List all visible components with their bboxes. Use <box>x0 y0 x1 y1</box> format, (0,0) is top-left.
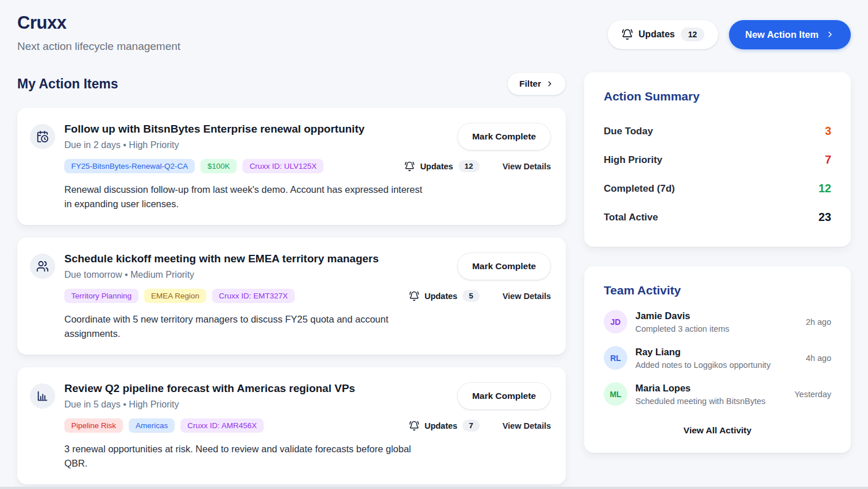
team-member-info: Jamie Davis Completed 3 action items <box>635 311 800 333</box>
card-head: Review Q2 pipeline forecast with America… <box>64 382 457 410</box>
team-member-info: Maria Lopes Scheduled meeting with Bitsn… <box>635 383 789 406</box>
window-bottom-edge <box>0 487 868 489</box>
team-activity-title: Team Activity <box>604 284 831 297</box>
tag-cruxx-id: Cruxx ID: ULV125X <box>242 159 323 173</box>
action-meta: Due tomorrow • Medium Priority <box>64 270 457 280</box>
updates-count-badge: 7 <box>462 420 480 432</box>
action-meta: Due in 2 days • High Priority <box>64 140 457 150</box>
team-member-name: Maria Lopes <box>635 383 789 394</box>
action-description: 3 renewal opportunities at risk. Need to… <box>64 442 423 471</box>
filter-button[interactable]: Filter <box>507 72 566 95</box>
bar-chart-icon <box>30 383 55 409</box>
card-head: Follow up with BitsnBytes Enterprise ren… <box>64 123 457 150</box>
calendar-clock-icon <box>30 124 55 149</box>
card-tags-row: FY25-BitsnBytes-Renewal-Q2-CA $100K Crux… <box>64 159 551 173</box>
card-actions: Updates 12 View Details <box>404 160 551 172</box>
bell-icon <box>622 29 633 40</box>
action-items-section: My Action Items Filter Follow up with Bi… <box>17 72 566 489</box>
tag-opportunity: FY25-BitsnBytes-Renewal-Q2-CA <box>64 159 195 173</box>
tag-risk: Pipeline Risk <box>64 418 123 433</box>
team-member-action: Scheduled meeting with BitsnBytes <box>635 397 789 406</box>
updates-button[interactable]: Updates 5 <box>409 290 480 302</box>
summary-label: Completed (7d) <box>604 183 675 195</box>
team-member-action: Completed 3 action items <box>635 324 800 333</box>
action-description: Coordinate with 5 new territory managers… <box>64 312 423 341</box>
mark-complete-button[interactable]: Mark Complete <box>457 382 551 410</box>
updates-button[interactable]: Updates 12 <box>404 160 479 172</box>
action-item-card: Follow up with BitsnBytes Enterprise ren… <box>17 108 566 225</box>
app-subtitle: Next action lifecycle management <box>17 40 180 53</box>
team-member-info: Ray Liang Added notes to Loggikos opport… <box>635 347 800 370</box>
summary-label: Due Today <box>604 126 653 137</box>
updates-label: Updates <box>425 292 457 301</box>
team-member-name: Ray Liang <box>635 347 800 358</box>
chevron-right-icon <box>546 80 554 88</box>
card-tags-row: Territory Planning EMEA Region Cruxx ID:… <box>64 289 551 303</box>
card-tags-row: Pipeline Risk Americas Cruxx ID: AMR456X… <box>64 418 551 433</box>
bell-icon <box>409 291 419 301</box>
tag-cruxx-id: Cruxx ID: AMR456X <box>180 418 264 433</box>
updates-button[interactable]: Updates 7 <box>409 420 480 432</box>
mark-complete-button[interactable]: Mark Complete <box>457 253 551 280</box>
section-title: My Action Items <box>17 76 118 92</box>
tag-cruxx-id: Cruxx ID: EMT327X <box>212 289 295 303</box>
avatar: ML <box>604 382 627 406</box>
tag-list: Territory Planning EMEA Region Cruxx ID:… <box>64 289 295 303</box>
card-head: Schedule kickoff meeting with new EMEA t… <box>64 253 457 280</box>
mark-complete-button[interactable]: Mark Complete <box>457 123 551 150</box>
updates-label: Updates <box>639 29 675 40</box>
action-item-card: Schedule kickoff meeting with new EMEA t… <box>17 238 566 355</box>
view-all-activity-link[interactable]: View All Activity <box>604 418 831 438</box>
tag-category: Territory Planning <box>64 289 138 303</box>
tag-list: FY25-BitsnBytes-Renewal-Q2-CA $100K Crux… <box>64 159 323 173</box>
card-top-row: Follow up with BitsnBytes Enterprise ren… <box>30 123 551 150</box>
avatar: RL <box>604 346 627 370</box>
view-details-link[interactable]: View Details <box>503 162 551 171</box>
tag-region: Americas <box>129 418 175 433</box>
summary-row-high-priority: High Priority 7 <box>604 146 831 174</box>
action-summary-title: Action Summary <box>604 90 831 103</box>
updates-count-badge: 12 <box>681 28 705 41</box>
summary-row-completed: Completed (7d) 12 <box>604 174 831 203</box>
card-top-row: Schedule kickoff meeting with new EMEA t… <box>30 253 551 280</box>
team-activity-list: JD Jamie Davis Completed 3 action items … <box>604 310 831 406</box>
updates-label: Updates <box>420 162 453 171</box>
updates-count-badge: 5 <box>462 290 480 302</box>
updates-label: Updates <box>425 421 457 430</box>
updates-button[interactable]: Updates 12 <box>607 20 719 49</box>
action-description: Renewal discussion follow-up from last w… <box>64 183 423 211</box>
sidebar: Action Summary Due Today 3 High Priority… <box>584 72 851 489</box>
new-action-item-button[interactable]: New Action Item <box>729 20 851 49</box>
card-actions: Updates 5 View Details <box>409 290 551 302</box>
chevron-right-icon <box>825 30 835 39</box>
new-action-item-label: New Action Item <box>745 29 819 40</box>
summary-label: Total Active <box>604 212 658 223</box>
view-details-link[interactable]: View Details <box>503 292 551 301</box>
team-activity-row: ML Maria Lopes Scheduled meeting with Bi… <box>604 382 831 406</box>
summary-value: 7 <box>825 153 831 166</box>
bell-icon <box>404 161 415 172</box>
view-details-link[interactable]: View Details <box>503 421 551 430</box>
list-header: My Action Items Filter <box>17 72 566 95</box>
card-actions: Updates 7 View Details <box>409 420 551 432</box>
team-member-action: Added notes to Loggikos opportunity <box>635 360 800 370</box>
activity-timestamp: 2h ago <box>806 317 831 327</box>
summary-value: 23 <box>819 211 831 224</box>
filter-label: Filter <box>519 79 541 89</box>
activity-timestamp: 4h ago <box>806 354 831 363</box>
action-title: Follow up with BitsnBytes Enterprise ren… <box>64 123 457 135</box>
action-title: Schedule kickoff meeting with new EMEA t… <box>64 253 457 265</box>
team-member-name: Jamie Davis <box>635 311 800 321</box>
team-activity-row: JD Jamie Davis Completed 3 action items … <box>604 310 831 333</box>
team-activity-card: Team Activity JD Jamie Davis Completed 3… <box>584 266 851 453</box>
summary-rows: Due Today 3 High Priority 7 Completed (7… <box>604 117 831 232</box>
header-actions: Updates 12 New Action Item <box>607 20 851 49</box>
avatar: JD <box>604 310 627 333</box>
app-title: Cruxx <box>17 13 180 33</box>
summary-row-due-today: Due Today 3 <box>604 117 831 146</box>
action-meta: Due in 5 days • High Priority <box>64 399 457 410</box>
action-item-card: Review Q2 pipeline forecast with America… <box>17 367 566 484</box>
brand-block: Cruxx Next action lifecycle management <box>17 13 180 53</box>
summary-value: 3 <box>825 125 831 138</box>
tag-list: Pipeline Risk Americas Cruxx ID: AMR456X <box>64 418 264 433</box>
